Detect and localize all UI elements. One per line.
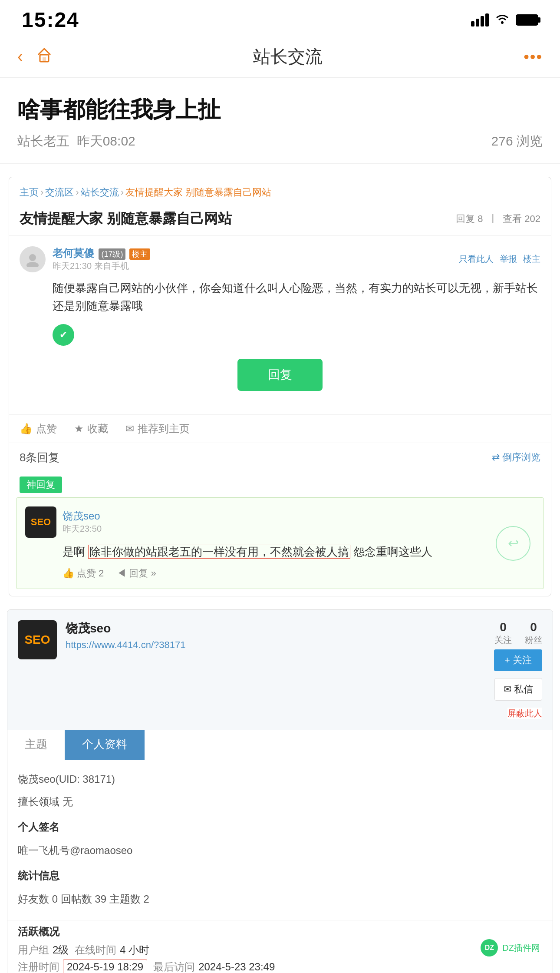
reply-author-info: 饶茂seo 昨天23:50 xyxy=(63,509,102,535)
home-button[interactable] xyxy=(36,47,53,66)
status-bar: 15:24 xyxy=(0,0,560,36)
reply-button[interactable]: 回复 xyxy=(237,359,323,391)
tab-profile[interactable]: 个人资料 xyxy=(65,730,145,760)
seo-avatar-text: SEO xyxy=(31,517,51,527)
op-content: 随便暴露自己网站的小伙伴，你会知道什么叫人心险恶，当然，有实力的站长可以无视，新… xyxy=(53,279,540,315)
stats-row: 好友数 0 回帖数 39 主题数 2 xyxy=(18,889,542,910)
last-visit-item: 最后访问 2024-5-23 23:49 xyxy=(153,960,275,973)
reply-content: 是啊 除非你做的站跟老五的一样没有用，不然就会被人搞 怨念重啊这些人 xyxy=(63,543,535,561)
personal-sign-row: 唯一飞机号@raomaoseo xyxy=(18,840,542,861)
reply-watermark: ↩ xyxy=(496,526,530,561)
op-time: 昨天21:30 来自手机 xyxy=(53,260,452,272)
profile-top: SEO 饶茂seo https://www.4414.cn/?38171 0 关… xyxy=(7,610,553,730)
replies-count: 8条回复 xyxy=(20,450,59,465)
back-button[interactable]: ‹ xyxy=(17,47,23,66)
reply-like[interactable]: 👍 点赞 2 xyxy=(63,567,104,580)
svg-rect-2 xyxy=(43,57,46,62)
collect-button[interactable]: ★ 收藏 xyxy=(74,422,108,436)
reply-btn-wrap: 回复 xyxy=(20,354,540,404)
breadcrumb-home[interactable]: 主页 xyxy=(20,186,39,199)
profile-name: 饶茂seo xyxy=(66,620,485,637)
user-group-item: 用户组 2级 xyxy=(18,943,69,957)
forum-post-title: 友情提醒大家 别随意暴露自己网站 回复 8 | 查看 202 xyxy=(9,205,551,236)
more-button[interactable]: ••• xyxy=(524,48,543,66)
register-time-value: 2024-5-19 18:29 xyxy=(63,960,147,973)
breadcrumb: 主页 › 交流区 › 站长交流 › 友情提醒大家 别随意暴露自己网站 xyxy=(9,177,551,205)
only-this-user[interactable]: 只看此人 xyxy=(459,253,494,265)
activity-section: 活跃概况 用户组 2级 在线时间 4 小时 注册时间 2024-5-19 18:… xyxy=(7,920,553,973)
post-views: 276 浏览 xyxy=(491,132,543,150)
replies-header: 8条回复 ⇄ 倒序浏览 xyxy=(9,443,551,472)
profile-tabs: 主题 个人资料 xyxy=(7,730,553,760)
reply-reply-button[interactable]: ◀ 回复 » xyxy=(117,567,156,580)
post-author-time: 站长老五 昨天08:02 xyxy=(17,132,135,150)
signal-icon xyxy=(471,13,489,26)
breadcrumb-sep2: › xyxy=(76,187,79,198)
activity-row-2: 注册时间 2024-5-19 18:29 最后访问 2024-5-23 23:4… xyxy=(18,960,542,973)
floor-owner: 楼主 xyxy=(523,253,540,265)
personal-sign-title: 个人签名 xyxy=(18,817,542,837)
like-icon: 👍 xyxy=(20,423,33,435)
svg-point-3 xyxy=(29,254,36,261)
post-header: 啥事都能往我身上扯 站长老五 昨天08:02 276 浏览 xyxy=(0,78,560,164)
share-icon: ✉ xyxy=(125,423,134,435)
profile-url[interactable]: https://www.4414.cn/?38171 xyxy=(66,639,485,651)
nav-bar: ‹ 站长交流 ••• xyxy=(0,36,560,78)
op-medal: ✔ xyxy=(53,324,74,346)
breadcrumb-webmaster[interactable]: 站长交流 xyxy=(81,186,119,199)
page-title: 站长交流 xyxy=(253,45,323,69)
svg-point-4 xyxy=(26,262,39,267)
follow-stat: 0 关注 xyxy=(494,620,512,646)
post-footer: 👍 点赞 ★ 收藏 ✉ 推荐到主页 xyxy=(9,414,551,443)
god-reply-badge: 神回复 xyxy=(9,472,551,493)
op-level: (17级) xyxy=(99,248,125,260)
online-time-item: 在线时间 4 小时 xyxy=(75,943,149,957)
op-actions-right: 只看此人 举报 楼主 xyxy=(459,253,540,265)
op-author-name[interactable]: 老何莫傻 xyxy=(53,247,94,259)
profile-info: 饶茂seo https://www.4414.cn/?38171 xyxy=(66,620,485,651)
follow-button[interactable]: + 关注 xyxy=(494,649,542,671)
reply-author-name[interactable]: 饶茂seo xyxy=(63,509,102,523)
op-author-info: 老何莫傻 (17级) 楼主 昨天21:30 来自手机 xyxy=(53,246,452,272)
original-post: 老何莫傻 (17级) 楼主 昨天21:30 来自手机 只看此人 举报 楼主 随便… xyxy=(9,236,551,414)
dz-watermark[interactable]: DZ DZ插件网 xyxy=(474,936,547,960)
op-author-row: 老何莫傻 (17级) 楼主 昨天21:30 来自手机 只看此人 举报 楼主 xyxy=(20,246,540,272)
nav-left: ‹ xyxy=(17,47,53,66)
forum-post-stats: 回复 8 | 查看 202 xyxy=(456,212,540,225)
reply-footer: 👍 点赞 2 ◀ 回复 » xyxy=(63,567,535,580)
wifi-icon xyxy=(495,11,510,28)
reply-avatar: SEO xyxy=(25,506,56,538)
post-title: 啥事都能往我身上扯 xyxy=(17,95,543,125)
status-icons xyxy=(471,11,538,28)
op-avatar xyxy=(20,246,46,272)
replies-order-button[interactable]: ⇄ 倒序浏览 xyxy=(492,451,540,464)
block-button[interactable]: 屏蔽此人 xyxy=(507,708,542,719)
tab-topics[interactable]: 主题 xyxy=(7,730,65,760)
content-card: 主页 › 交流区 › 站长交流 › 友情提醒大家 别随意暴露自己网站 友情提醒大… xyxy=(9,177,551,597)
op-badge: 楼主 xyxy=(129,248,150,260)
reply-item: ↩ SEO 饶茂seo 昨天23:50 是啊 除非你做的站跟老五的一样没有用，不… xyxy=(16,497,544,589)
profile-avatar: SEO xyxy=(18,620,57,659)
breadcrumb-exchange[interactable]: 交流区 xyxy=(45,186,74,199)
post-meta: 站长老五 昨天08:02 276 浏览 xyxy=(17,132,543,150)
share-button[interactable]: ✉ 推荐到主页 xyxy=(125,422,190,436)
profile-avatar-text: SEO xyxy=(24,634,50,646)
battery-icon xyxy=(516,14,538,26)
register-time-item: 注册时间 2024-5-19 18:29 xyxy=(18,960,147,973)
like-button[interactable]: 👍 点赞 xyxy=(20,422,57,436)
report-button[interactable]: 举报 xyxy=(500,253,517,265)
profile-details: 饶茂seo(UID: 38171) 擅长领域 无 个人签名 唯一飞机号@raom… xyxy=(7,760,553,920)
fans-stat: 0 粉丝 xyxy=(525,620,542,646)
reply-author-time: 昨天23:50 xyxy=(63,523,102,535)
breadcrumb-sep1: › xyxy=(40,187,43,198)
activity-row-1: 用户组 2级 在线时间 4 小时 xyxy=(18,943,542,957)
breadcrumb-current: 友情提醒大家 别随意暴露自己网站 xyxy=(125,186,271,199)
status-time: 15:24 xyxy=(22,8,79,32)
message-button[interactable]: ✉ 私信 xyxy=(494,678,542,701)
reply-highlight: 除非你做的站跟老五的一样没有用，不然就会被人搞 xyxy=(88,545,350,559)
op-author-line: 老何莫傻 (17级) 楼主 xyxy=(53,246,452,260)
breadcrumb-sep3: › xyxy=(121,187,124,198)
stats-title: 统计信息 xyxy=(18,865,542,886)
svg-point-0 xyxy=(501,21,504,24)
reply-like-icon: 👍 xyxy=(63,568,74,579)
